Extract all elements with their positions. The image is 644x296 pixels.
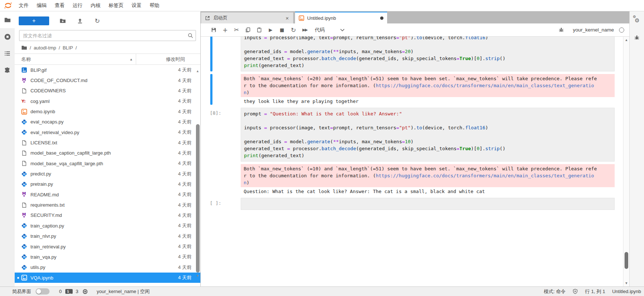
scroll-down-icon[interactable]: ▼ xyxy=(195,274,200,278)
home-folder-icon[interactable] xyxy=(21,45,27,51)
debugger-button[interactable] xyxy=(556,25,567,35)
launcher-icon xyxy=(205,15,210,21)
kernel-status-icon[interactable] xyxy=(619,27,624,33)
notebook-cell-0[interactable]: inputs = processor(image, text=prompt, r… xyxy=(201,37,615,105)
file-row-eval_retrieval_video.py[interactable]: eval_retrieval_video.py4 天前 xyxy=(15,127,200,137)
cell-input-editor[interactable] xyxy=(241,198,615,210)
menu-item-设置[interactable]: 设置 xyxy=(128,0,146,11)
jupyter-logo-icon xyxy=(4,1,12,10)
sidebar-tab-file-browser[interactable] xyxy=(0,11,15,28)
file-modified: 4 天前 xyxy=(178,160,194,167)
cell-type-dropdown[interactable]: 代码 xyxy=(315,27,345,33)
refresh-button[interactable]: ↻ xyxy=(94,17,101,25)
file-row-model_base_caption_capfilt_large.pth[interactable]: model_base_caption_capfilt_large.pth4 天前 xyxy=(15,148,200,158)
py-file-icon xyxy=(21,254,27,260)
bug-icon xyxy=(559,27,564,33)
column-header-modified[interactable]: 修改时间 xyxy=(136,54,194,64)
sidebar-tab-running-sessions[interactable] xyxy=(0,28,15,45)
copy-icon xyxy=(245,27,251,33)
file-row-CODEOWNERS[interactable]: CODEOWNERS4 天前 xyxy=(15,86,200,96)
file-row-cog.yaml[interactable]: Y:cog.yaml4 天前 xyxy=(15,96,200,106)
file-row-predict.py[interactable]: predict.py4 天前 xyxy=(15,169,200,179)
menu-item-编辑[interactable]: 编辑 xyxy=(33,0,51,11)
file-row-train_vqa.py[interactable]: train_vqa.py4 天前 xyxy=(15,252,200,262)
menu-item-查看[interactable]: 查看 xyxy=(51,0,69,11)
cell-input-editor[interactable]: prompt = "Question: What is the cat look… xyxy=(241,108,615,162)
file-row-train_nlvr.py[interactable]: train_nlvr.py4 天前 xyxy=(15,231,200,241)
cut-cells-button[interactable]: ✂ xyxy=(231,25,242,35)
file-row-SECURITY.md[interactable]: MSECURITY.md4 天前 xyxy=(15,210,200,221)
run-cell-button[interactable]: ▶ xyxy=(265,25,276,35)
file-row-eval_nocaps.py[interactable]: eval_nocaps.py4 天前 xyxy=(15,117,200,127)
sidebar-tab-extension-manager[interactable] xyxy=(0,62,15,79)
notebook-cell-2[interactable]: [ ]: xyxy=(201,198,615,210)
simple-mode-toggle[interactable] xyxy=(36,288,50,295)
file-row-BLIP.gif[interactable]: BLIP.gif4 天前 xyxy=(15,65,200,75)
close-tab-icon[interactable]: × xyxy=(285,15,290,21)
scroll-down-icon[interactable]: ▼ xyxy=(623,281,629,285)
cursor-position[interactable]: 行 1, 列 1 xyxy=(585,288,605,295)
file-row-utils.py[interactable]: utils.py4 天前 xyxy=(15,262,200,273)
cell-prompt: [ ]: xyxy=(212,198,241,210)
file-filter-input[interactable] xyxy=(19,30,196,41)
svg-text:M: M xyxy=(22,212,26,217)
menu-item-内核[interactable]: 内核 xyxy=(87,0,105,11)
file-row-CODE_OF_CONDUCT.md[interactable]: MCODE_OF_CONDUCT.md4 天前 xyxy=(15,75,200,85)
stop-icon: ■ xyxy=(280,27,284,33)
paste-cells-button[interactable] xyxy=(254,25,265,35)
file-name: utils.py xyxy=(30,264,178,270)
upload-button[interactable] xyxy=(76,17,84,25)
insert-cell-button[interactable]: + xyxy=(219,25,231,35)
unsaved-changes-dot[interactable] xyxy=(380,16,383,20)
restart-kernel-button[interactable]: ↻ xyxy=(288,25,299,35)
md-file-icon: M xyxy=(21,192,27,197)
run-all-button[interactable]: ▶▶ xyxy=(299,25,310,35)
menu-item-运行[interactable]: 运行 xyxy=(69,0,87,11)
menu-item-帮助[interactable]: 帮助 xyxy=(146,0,164,11)
cell-prompt xyxy=(212,37,241,105)
file-row-train_retrieval.py[interactable]: train_retrieval.py4 天前 xyxy=(15,241,200,252)
file-row-train_caption.py[interactable]: train_caption.py4 天前 xyxy=(15,221,200,231)
menu-item-文件[interactable]: 文件 xyxy=(15,0,33,11)
scroll-up-icon[interactable]: ▲ xyxy=(195,69,200,73)
debugger-sidebar-icon[interactable] xyxy=(634,35,640,40)
file-row-VQA.ipynb[interactable]: VQA.ipynb4 天前 xyxy=(15,273,200,283)
save-button[interactable] xyxy=(208,25,219,35)
tab-untitled-notebook[interactable]: Untitled.ipynb xyxy=(295,12,387,23)
new-launcher-button[interactable]: + xyxy=(19,16,49,25)
folder-icon xyxy=(4,16,11,23)
new-folder-button[interactable] xyxy=(59,17,66,25)
column-header-name[interactable]: 名称 ▲ xyxy=(21,54,136,64)
copy-cells-button[interactable] xyxy=(242,25,254,35)
file-row-LICENSE.txt[interactable]: LICENSE.txt4 天前 xyxy=(15,137,200,148)
property-inspector-icon[interactable]: ⚙⚙ xyxy=(633,16,641,25)
file-row-README.md[interactable]: MREADME.md4 天前 xyxy=(15,189,200,200)
file-row-demo.ipynb[interactable]: demo.ipynb4 天前 xyxy=(15,106,200,116)
breadcrumb-separator: / xyxy=(30,45,31,51)
kernels-count[interactable]: 3 xyxy=(76,289,78,294)
kernel-status-text[interactable]: your_kernel_name | 空闲 xyxy=(97,288,150,295)
cell-input-editor[interactable]: inputs = processor(image, text=prompt, r… xyxy=(241,37,615,71)
menu-item-标签页[interactable]: 标签页 xyxy=(105,0,128,11)
breadcrumb-BLIP[interactable]: BLIP xyxy=(63,45,73,51)
file-name: pretrain.py xyxy=(30,181,178,187)
breadcrumb-autodl-tmp[interactable]: autodl-tmp xyxy=(34,45,56,51)
terminals-count[interactable]: 0 xyxy=(59,289,62,294)
sidebar-tab-table-of-contents[interactable] xyxy=(0,45,15,62)
file-list-scrollbar[interactable]: ▲ ▼ xyxy=(195,69,200,278)
scrollbar-thumb[interactable] xyxy=(196,124,200,273)
notebook-mode[interactable]: 模式: 命令 xyxy=(544,288,565,295)
trust-shield-icon[interactable] xyxy=(572,289,578,294)
scrollbar-thumb[interactable] xyxy=(625,252,628,269)
file-row-requirements.txt[interactable]: requirements.txt4 天前 xyxy=(15,200,200,210)
file-row-pretrain.py[interactable]: pretrain.py4 天前 xyxy=(15,179,200,189)
notebook-scrollbar[interactable]: ▲ ▼ xyxy=(623,37,629,286)
kernel-name[interactable]: your_kernel_name xyxy=(573,27,614,33)
scroll-up-icon[interactable]: ▲ xyxy=(623,38,629,42)
interrupt-kernel-button[interactable]: ■ xyxy=(276,25,288,35)
breadcrumb: /autodl-tmp/BLIP/ xyxy=(15,41,200,53)
tab-launcher[interactable]: 启动页 × xyxy=(201,12,293,23)
file-row-model_base_vqa_capfilt_large.pth[interactable]: model_base_vqa_capfilt_large.pth4 天前 xyxy=(15,158,200,169)
file-browser-panel: + ↻ xyxy=(15,11,200,286)
notebook-cell-1[interactable]: [8]:prompt = "Question: What is the cat … xyxy=(201,108,615,195)
